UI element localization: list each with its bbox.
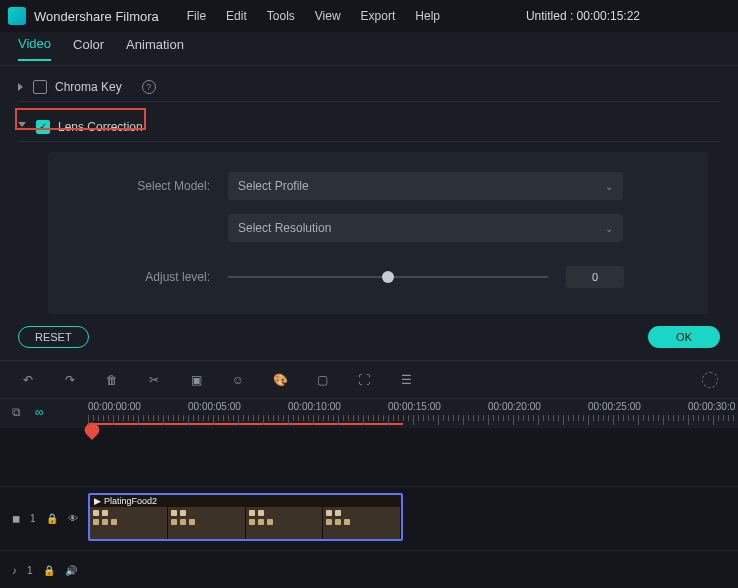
menu-tools[interactable]: Tools (267, 9, 295, 23)
panel-buttons: RESET OK (0, 314, 738, 360)
audio-track: ♪ 1 🔒 🔊 (0, 550, 738, 588)
adjust-icon[interactable]: ☰ (398, 373, 414, 387)
select-profile-dropdown[interactable]: Select Profile ⌄ (228, 172, 623, 200)
video-track: ◼ 1 🔒 👁 ▶ PlatingFood2 (0, 486, 738, 550)
adjust-level-label: Adjust level: (68, 270, 228, 284)
expand-icon[interactable]: ⛶ (356, 373, 372, 387)
tick-label: 00:00:15:00 (388, 401, 441, 412)
tick-label: 00:00:00:00 (88, 401, 141, 412)
select-resolution-value: Select Resolution (238, 221, 331, 235)
tick-label: 00:00:05:00 (188, 401, 241, 412)
chevron-down-icon: ⌄ (605, 223, 613, 234)
chroma-label: Chroma Key (55, 80, 122, 94)
redo-icon[interactable]: ↷ (62, 373, 78, 387)
eye-icon[interactable]: 👁 (68, 513, 78, 524)
tab-animation[interactable]: Animation (126, 37, 184, 60)
tick-label: 00:00:10:00 (288, 401, 341, 412)
video-track-icon: ◼ (12, 513, 20, 524)
reset-button[interactable]: RESET (18, 326, 89, 348)
lens-checkbox[interactable] (36, 120, 50, 134)
tracks-area: ◼ 1 🔒 👁 ▶ PlatingFood2 ♪ 1 (0, 428, 738, 588)
chevron-down-icon (18, 122, 26, 131)
tick-label: 00:00:30:0 (688, 401, 735, 412)
adjust-level-value[interactable]: 0 (566, 266, 624, 288)
section-chroma-key[interactable]: Chroma Key ? (18, 72, 720, 102)
menu-file[interactable]: File (187, 9, 206, 23)
lens-correction-panel: Select Model: Select Profile ⌄ Select Re… (48, 152, 708, 314)
split-icon[interactable]: ✂ (146, 373, 162, 387)
select-resolution-dropdown[interactable]: Select Resolution ⌄ (228, 214, 623, 242)
play-icon: ▶ (94, 496, 101, 506)
lock-icon[interactable]: 🔒 (46, 513, 58, 524)
effect-sections: Chroma Key ? Lens Correction Select Mode… (0, 66, 738, 314)
video-track-index: 1 (30, 513, 36, 524)
tick-label: 00:00:25:00 (588, 401, 641, 412)
video-track-head: ◼ 1 🔒 👁 (0, 513, 88, 524)
select-profile-value: Select Profile (238, 179, 309, 193)
slider-thumb[interactable] (382, 271, 394, 283)
crop-icon[interactable]: ▣ (188, 373, 204, 387)
delete-icon[interactable]: 🗑 (104, 373, 120, 387)
app-name: Wondershare Filmora (34, 9, 159, 24)
clip-name: PlatingFood2 (104, 496, 157, 506)
ok-button[interactable]: OK (648, 326, 720, 348)
undo-icon[interactable]: ↶ (20, 373, 36, 387)
menu-help[interactable]: Help (415, 9, 440, 23)
help-icon[interactable]: ? (142, 80, 156, 94)
section-lens-correction[interactable]: Lens Correction (18, 112, 720, 142)
color-icon[interactable]: 🎨 (272, 373, 288, 387)
speaker-icon[interactable]: 🔊 (65, 565, 77, 576)
tab-video[interactable]: Video (18, 36, 51, 61)
overlap-icon[interactable]: ⧉ (12, 405, 21, 419)
tick-label: 00:00:20:00 (488, 401, 541, 412)
lens-label: Lens Correction (58, 120, 143, 134)
menu-edit[interactable]: Edit (226, 9, 247, 23)
menu-view[interactable]: View (315, 9, 341, 23)
audio-track-head: ♪ 1 🔒 🔊 (0, 565, 88, 576)
chroma-checkbox[interactable] (33, 80, 47, 94)
menubar: Wondershare Filmora File Edit Tools View… (0, 0, 738, 32)
lock-icon[interactable]: 🔒 (43, 565, 55, 576)
timeline-toolbar: ↶ ↷ 🗑 ✂ ▣ ☺ 🎨 ▢ ⛶ ☰ (0, 360, 738, 398)
menu-export[interactable]: Export (361, 9, 396, 23)
tab-color[interactable]: Color (73, 37, 104, 60)
chevron-right-icon (18, 83, 23, 91)
speed-icon[interactable]: ☺ (230, 373, 246, 387)
audio-track-icon: ♪ (12, 565, 17, 576)
chevron-down-icon: ⌄ (605, 181, 613, 192)
document-title: Untitled : 00:00:15:22 (526, 9, 640, 23)
audio-track-index: 1 (27, 565, 33, 576)
time-ruler[interactable]: ⧉ ∞ 00:00:00:00 00:00:05:00 00:00:10:00 … (0, 398, 738, 428)
played-region (88, 423, 403, 425)
green-screen-icon[interactable]: ▢ (314, 373, 330, 387)
link-icon[interactable]: ∞ (35, 405, 44, 419)
app-logo-icon (8, 7, 26, 25)
settings-icon[interactable] (702, 372, 718, 388)
select-model-label: Select Model: (68, 179, 228, 193)
timeline-clip[interactable]: ▶ PlatingFood2 (88, 493, 403, 541)
ruler-inner[interactable]: 00:00:00:00 00:00:05:00 00:00:10:00 00:0… (88, 399, 738, 428)
subtabs: Video Color Animation (0, 32, 738, 66)
adjust-level-slider[interactable] (228, 276, 548, 278)
